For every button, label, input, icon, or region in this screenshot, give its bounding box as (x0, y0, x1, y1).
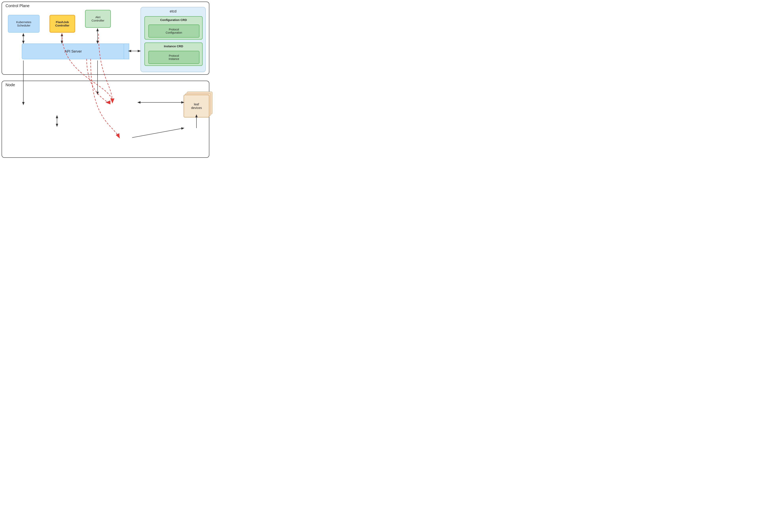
kubernetes-scheduler-box: KubernetesScheduler (8, 15, 40, 33)
kubernetes-scheduler-label: KubernetesScheduler (16, 20, 31, 27)
flashjob-controller-box: FlashJobController (49, 15, 75, 33)
protocol-configuration-label: ProtocolConfiguration (165, 28, 182, 34)
control-plane-label: Control Plane (6, 4, 29, 8)
instance-crd-label: Instance CRD (145, 44, 202, 48)
leaf-devices-stack: leafdevices (183, 92, 214, 159)
akri-controller-box: AkriController (85, 10, 111, 28)
node-plane-box: Node Kubelet AkriAgent protocolDiscovery… (2, 81, 209, 158)
leaf-devices-label: leafdevices (191, 103, 202, 110)
leaf-front: leafdevices (183, 95, 209, 117)
akri-controller-label: AkriController (91, 15, 104, 22)
protocol-instance-box: ProtocolInstance (148, 51, 200, 64)
protocol-instance-label: ProtocolInstance (169, 54, 179, 60)
api-server-box: API Server (22, 43, 125, 59)
node-plane-label: Node (6, 83, 15, 87)
flashjob-controller-label: FlashJobController (55, 20, 69, 27)
api-connector (124, 43, 129, 59)
etcd-label: etcd (141, 9, 206, 13)
config-crd-label: Configuration CRD (145, 18, 202, 22)
config-crd-box: Configuration CRD ProtocolConfiguration (144, 16, 203, 40)
instance-crd-box: Instance CRD ProtocolInstance (144, 43, 203, 66)
diagram-container: Control Plane etcd Configuration CRD Pro… (2, 2, 235, 162)
protocol-configuration-box: ProtocolConfiguration (148, 25, 200, 38)
etcd-box: etcd Configuration CRD ProtocolConfigura… (140, 7, 206, 72)
control-plane-box: Control Plane etcd Configuration CRD Pro… (2, 2, 209, 75)
api-server-label: API Server (64, 49, 82, 54)
